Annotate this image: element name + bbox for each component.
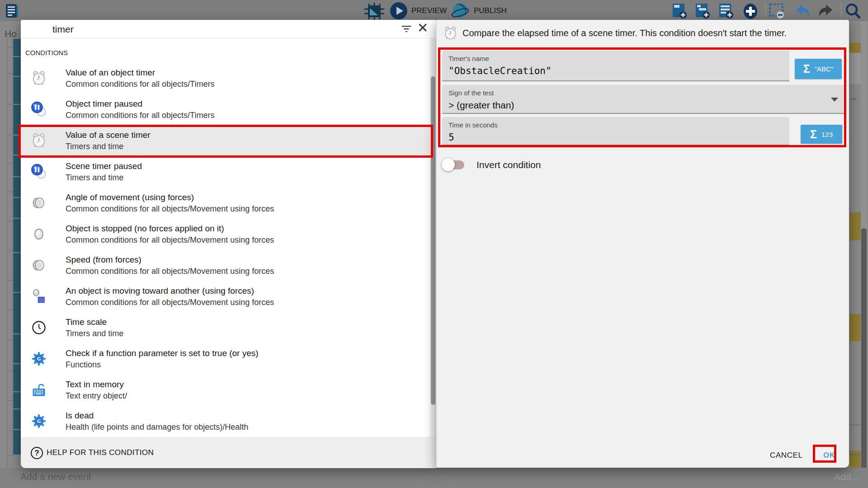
- filter-icon[interactable]: [400, 23, 413, 35]
- condition-subtitle: Functions: [66, 360, 101, 370]
- event-block: [849, 53, 861, 84]
- alarm-clock-icon: [31, 132, 47, 149]
- close-icon[interactable]: ✕: [416, 22, 429, 35]
- events-scrollbar-thumb: [861, 228, 867, 488]
- string-expression-button[interactable]: Σ "ABC": [795, 59, 842, 79]
- event-block: [7, 455, 13, 456]
- help-footer: ? HELP FOR THIS CONDITION: [21, 437, 436, 468]
- toolbar-divider: [841, 3, 841, 18]
- coins-icon: [31, 257, 47, 273]
- number-expression-button[interactable]: Σ 123: [801, 125, 842, 144]
- condition-subtitle: Common conditions for all objects/Moveme…: [66, 267, 274, 276]
- alarm-clock-icon: [31, 70, 47, 86]
- condition-title: Speed (from forces): [66, 255, 142, 265]
- condition-title: Object is stopped (no forces applied on …: [66, 224, 224, 234]
- instruction-picker-panel: ✕ CONDITIONS Value of an object timer Co…: [21, 20, 436, 468]
- condition-list-item[interactable]: Scene timer paused Timers and time: [21, 156, 430, 188]
- event-block: [7, 47, 13, 47]
- event-block: [7, 135, 13, 135]
- help-icon: ?: [31, 447, 43, 459]
- time-in-seconds-value[interactable]: 5: [448, 132, 454, 143]
- field-label: Timer's name: [448, 55, 489, 62]
- clock-icon: [31, 319, 47, 336]
- condition-subtitle: Timers and time: [66, 173, 123, 183]
- alarm-clock-icon: [443, 26, 458, 41]
- timer-name-value[interactable]: "ObstacleCreation": [448, 66, 552, 76]
- condition-title: Is dead: [66, 411, 94, 421]
- sigma-icon: Σ: [803, 63, 810, 75]
- project-manager-icon: [5, 3, 20, 19]
- event-block: [7, 371, 13, 371]
- gear-icon: [31, 413, 47, 429]
- event-block: [849, 212, 861, 240]
- condition-title: Object timer paused: [66, 99, 142, 109]
- sign-of-test-select[interactable]: Sign of the test > (greater than): [442, 85, 844, 114]
- search-events-icon: [844, 3, 862, 20]
- event-block: [7, 221, 13, 221]
- event-block: [7, 280, 13, 281]
- preview-button: PREVIEW: [390, 2, 448, 20]
- condition-list-item[interactable]: Time scale Timers and time: [21, 312, 430, 343]
- ok-button[interactable]: OK: [819, 447, 840, 464]
- condition-title: Angle of movement (using forces): [66, 192, 194, 202]
- move-toward-icon: [31, 288, 47, 305]
- add-comment-icon: [718, 4, 735, 19]
- field-label: Time in seconds: [448, 121, 498, 129]
- condition-title: An object is moving toward another (usin…: [66, 286, 254, 296]
- publish-label: PUBLISH: [474, 6, 507, 15]
- selection-icon: [769, 4, 785, 19]
- add-new-event-button: Add a new event: [20, 471, 91, 482]
- keyboard-icon: [31, 382, 47, 398]
- condition-title: Time scale: [66, 317, 107, 327]
- cancel-button[interactable]: CANCEL: [764, 447, 808, 464]
- condition-list-item[interactable]: Check if a function parameter is set to …: [21, 343, 430, 375]
- condition-list-item[interactable]: Object timer paused Common conditions fo…: [21, 94, 430, 125]
- condition-list-item[interactable]: Value of an object timer Common conditio…: [21, 63, 430, 94]
- condition-list-item[interactable]: Speed (from forces) Common conditions fo…: [21, 250, 430, 281]
- condition-subtitle: Common conditions for all objects/Timers: [66, 111, 214, 120]
- field-label: Sign of the test: [448, 89, 494, 97]
- condition-list-item[interactable]: Object is stopped (no forces applied on …: [21, 219, 430, 250]
- event-block: [7, 400, 13, 401]
- gear-icon: [31, 351, 47, 367]
- search-input[interactable]: [52, 22, 388, 37]
- coin-icon: [31, 226, 47, 242]
- sigma-icon: Σ: [810, 129, 817, 140]
- sign-of-test-value[interactable]: > (greater than): [448, 100, 514, 111]
- event-block: [7, 163, 13, 163]
- condition-list-item[interactable]: An object is moving toward another (usin…: [21, 281, 430, 312]
- condition-list-item[interactable]: Is dead Health (life points and damages …: [21, 406, 430, 437]
- condition-description: Compare the elapsed time of a scene time…: [462, 28, 842, 38]
- preview-label: PREVIEW: [411, 6, 447, 15]
- help-for-condition-button[interactable]: HELP FOR THIS CONDITION: [47, 448, 154, 457]
- add-event-icon: [672, 4, 688, 19]
- condition-title: Value of a scene timer: [66, 130, 151, 140]
- events-footer-background: Add a new event Add...: [0, 468, 868, 488]
- condition-subtitle: Timers and time: [66, 329, 123, 338]
- event-block: [851, 99, 856, 99]
- app-window: PREVIEW PUBLISH: [0, 0, 868, 488]
- coins-icon: [31, 195, 47, 211]
- conditions-scrollbar-thumb[interactable]: [431, 76, 435, 405]
- event-block: [7, 73, 13, 74]
- condition-subtitle: Text entry object/: [66, 391, 127, 401]
- toggle-thumb[interactable]: [442, 158, 455, 171]
- condition-list-item[interactable]: Text in memory Text entry object/: [21, 375, 430, 406]
- event-block: [7, 35, 7, 475]
- add-subevent-icon: [695, 4, 711, 19]
- invert-condition-toggle[interactable]: [442, 158, 464, 172]
- invert-condition-label: Invert condition: [476, 160, 541, 170]
- add-other-event-icon: [742, 3, 759, 20]
- undo-icon: [794, 4, 811, 18]
- condition-subtitle: Common conditions for all objects/Moveme…: [66, 235, 274, 245]
- time-in-seconds-field[interactable]: Time in seconds 5: [442, 117, 789, 145]
- condition-subtitle: Common conditions for all objects/Timers: [66, 80, 214, 89]
- condition-title: Check if a function parameter is set to …: [66, 348, 259, 358]
- condition-list-item[interactable]: Angle of movement (using forces) Common …: [21, 188, 430, 219]
- condition-list-item[interactable]: Value of a scene timer Timers and time: [21, 125, 430, 156]
- timer-name-field[interactable]: Timer's name "ObstacleCreation": [442, 51, 789, 81]
- conditions-scrollbar-track[interactable]: [430, 38, 436, 457]
- chevron-down-icon[interactable]: [831, 98, 838, 102]
- condition-title: Text in memory: [66, 380, 124, 389]
- globe-icon: [451, 2, 470, 20]
